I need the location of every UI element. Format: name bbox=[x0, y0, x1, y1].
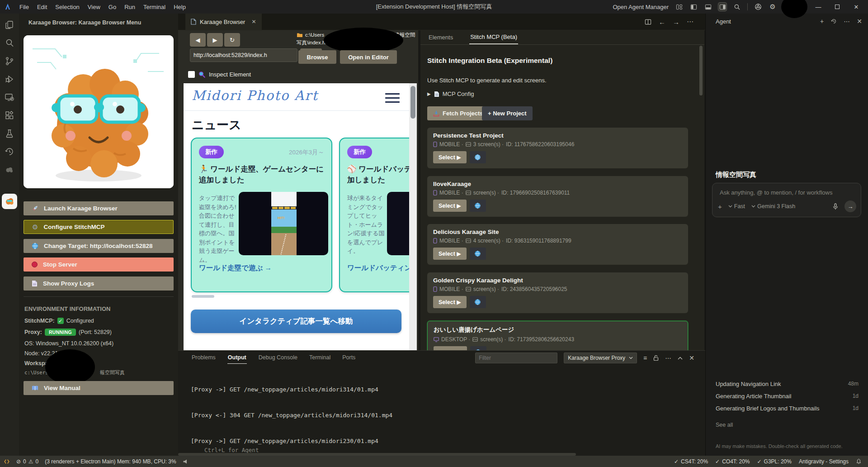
problems-status[interactable]: ⊘0 ⚠0 bbox=[16, 458, 38, 465]
mode-select[interactable]: Fast bbox=[728, 203, 745, 210]
lock-scroll-icon[interactable] bbox=[653, 355, 659, 361]
window-maximize-button[interactable] bbox=[831, 4, 844, 10]
remote-indicator-icon[interactable] bbox=[4, 458, 10, 465]
tab-stitch-mcp[interactable]: Stitch MCP (Beta) bbox=[469, 30, 518, 44]
menu-run[interactable]: Run bbox=[120, 4, 139, 10]
model-select[interactable]: Gemini 3 Flash bbox=[751, 203, 795, 210]
devtools-scrollbar-thumb[interactable] bbox=[699, 46, 703, 95]
toggle-panel-bottom-icon[interactable] bbox=[704, 3, 712, 11]
menu-file[interactable]: File bbox=[15, 4, 33, 10]
close-agent-panel-icon[interactable]: ✕ bbox=[857, 18, 862, 25]
browse-button[interactable]: Browse bbox=[298, 50, 336, 64]
toggle-sidebar-left-icon[interactable] bbox=[689, 3, 698, 11]
show-proxy-logs-button[interactable]: Show Proxy Logs bbox=[24, 276, 174, 291]
agent-more-actions-icon[interactable]: ⋯ bbox=[844, 18, 850, 25]
browser-reload-button[interactable]: ↻ bbox=[224, 33, 240, 47]
timeline-history-icon[interactable] bbox=[4, 146, 15, 157]
menu-view[interactable]: View bbox=[84, 4, 104, 10]
search-icon[interactable] bbox=[733, 3, 741, 11]
open-in-editor-button[interactable]: Open in Editor bbox=[340, 50, 397, 64]
open-agent-manager-button[interactable]: Open Agent Manager bbox=[613, 4, 669, 10]
new-project-button[interactable]: + New Project bbox=[482, 106, 533, 120]
tab-output[interactable]: Output bbox=[227, 351, 247, 364]
see-all-link[interactable]: See all bbox=[716, 422, 733, 428]
window-minimize-button[interactable]: — bbox=[812, 4, 825, 10]
metric-cs4t[interactable]: ✓CS4T: 20% bbox=[674, 458, 708, 465]
remote-explorer-icon[interactable] bbox=[4, 91, 15, 103]
open-in-browser-button[interactable] bbox=[470, 151, 486, 163]
word-wrap-icon[interactable]: ≡ bbox=[643, 354, 647, 362]
select-project-button[interactable]: Select ▶ bbox=[433, 248, 467, 260]
site-brand[interactable]: Midori Photo Art bbox=[192, 88, 318, 103]
cards-horizontal-scrollbar[interactable] bbox=[192, 295, 214, 298]
editor-more-actions-icon[interactable]: ⋯ bbox=[687, 18, 693, 26]
menu-selection[interactable]: Selection bbox=[51, 4, 83, 10]
history-item[interactable]: Updating Navigation Link 48m bbox=[706, 378, 868, 390]
split-editor-icon[interactable] bbox=[645, 19, 651, 25]
browser-back-button[interactable]: ◀ bbox=[190, 33, 206, 47]
mascot-extension-icon[interactable] bbox=[4, 164, 15, 176]
menu-edit[interactable]: Edit bbox=[33, 4, 51, 10]
history-icon[interactable] bbox=[830, 18, 837, 24]
tab-close-icon[interactable]: ✕ bbox=[251, 19, 256, 25]
select-project-button[interactable]: Select ▶ bbox=[433, 296, 467, 308]
tab-elements[interactable]: Elements bbox=[428, 31, 454, 44]
send-message-button[interactable]: → bbox=[844, 200, 856, 212]
microphone-icon[interactable] bbox=[833, 203, 838, 210]
open-in-browser-button[interactable] bbox=[470, 296, 486, 308]
game-video-thumbnail[interactable]: HIT! bbox=[239, 192, 328, 255]
fetch-projects-button[interactable]: Fetch Projects bbox=[427, 106, 489, 120]
history-item[interactable]: Generating Brief Logos and Thumbnails 1d bbox=[706, 402, 868, 414]
testing-flask-icon[interactable] bbox=[4, 128, 15, 139]
select-project-button[interactable]: Select ▶ bbox=[433, 151, 467, 163]
navigate-forward-icon[interactable]: → bbox=[673, 18, 679, 26]
mcp-config-expander[interactable]: ▶ MCP Config bbox=[427, 91, 474, 97]
metric-co4t[interactable]: ✓CO4T: 20% bbox=[715, 458, 750, 465]
interactive-articles-cta-button[interactable]: インタラクティブ記事一覧へ移動 bbox=[191, 310, 401, 333]
hamburger-menu-icon[interactable] bbox=[385, 93, 400, 103]
tab-debug-console[interactable]: Debug Console bbox=[259, 354, 297, 361]
open-in-browser-button[interactable] bbox=[470, 200, 486, 212]
new-conversation-icon[interactable]: + bbox=[820, 18, 824, 25]
history-item[interactable]: Generating Article Thumbnail 1d bbox=[706, 390, 868, 402]
tab-terminal[interactable]: Terminal bbox=[309, 354, 330, 361]
explorer-icon[interactable] bbox=[4, 19, 15, 31]
view-manual-button[interactable]: View Manual bbox=[24, 381, 174, 395]
metric-g3pl[interactable]: ✓G3PL: 20% bbox=[757, 458, 792, 465]
close-panel-icon[interactable]: ✕ bbox=[689, 354, 694, 362]
open-in-browser-button[interactable] bbox=[470, 248, 486, 260]
layout-grid-icon[interactable] bbox=[675, 3, 683, 11]
page-scrollbar-thumb[interactable] bbox=[410, 86, 415, 119]
tab-karaage-browser[interactable]: Karaage Browser ✕ bbox=[185, 14, 262, 30]
agent-chat-input[interactable]: Ask anything, @ to mention, / for workfl… bbox=[712, 183, 861, 217]
tab-ports[interactable]: Ports bbox=[342, 354, 355, 361]
tab-problems[interactable]: Problems bbox=[192, 354, 216, 361]
maximize-panel-icon[interactable] bbox=[678, 357, 683, 360]
settings-gear-icon[interactable]: ⚙ bbox=[769, 3, 777, 11]
menu-go[interactable]: Go bbox=[104, 4, 120, 10]
output-filter-input[interactable] bbox=[475, 353, 557, 363]
announcement-icon[interactable] bbox=[183, 459, 188, 464]
karaage-browser-activity-item[interactable] bbox=[2, 194, 17, 209]
toggle-sidebar-right-icon[interactable] bbox=[718, 3, 726, 11]
run-debug-icon[interactable] bbox=[4, 73, 15, 85]
panel-more-actions-icon[interactable]: ⋯ bbox=[665, 354, 671, 362]
play-world-running-link[interactable]: ワールド走塁で遊ぶ → bbox=[199, 263, 272, 273]
browser-profile-icon[interactable] bbox=[754, 3, 762, 11]
change-target-button[interactable]: Change Target: http://localhost:52828 bbox=[24, 239, 174, 253]
extensions-icon[interactable] bbox=[4, 110, 15, 121]
configure-stitchmcp-button[interactable]: ⚙ Configure StitchMCP bbox=[24, 220, 174, 234]
window-close-button[interactable]: ✕ bbox=[850, 4, 863, 10]
url-input[interactable] bbox=[190, 48, 297, 62]
output-channel-select[interactable]: Karaage Browser Proxy bbox=[564, 353, 637, 363]
menu-help[interactable]: Help bbox=[170, 4, 190, 10]
launch-karaage-browser-button[interactable]: Launch Karaage Browser bbox=[24, 201, 174, 215]
search-sidebar-icon[interactable] bbox=[4, 37, 15, 49]
bell-icon[interactable] bbox=[856, 458, 862, 464]
play-world-batting-link[interactable]: ワールドバッティング bbox=[347, 263, 417, 273]
antigravity-settings-status[interactable]: Antigravity - Settings bbox=[799, 458, 849, 465]
attach-plus-icon[interactable]: + bbox=[718, 203, 722, 210]
source-control-icon[interactable] bbox=[4, 55, 15, 67]
process-info-status[interactable]: (3 renderers + Electron Main) Mem: 940 M… bbox=[45, 458, 176, 465]
inspect-element-checkbox[interactable] bbox=[188, 71, 195, 78]
